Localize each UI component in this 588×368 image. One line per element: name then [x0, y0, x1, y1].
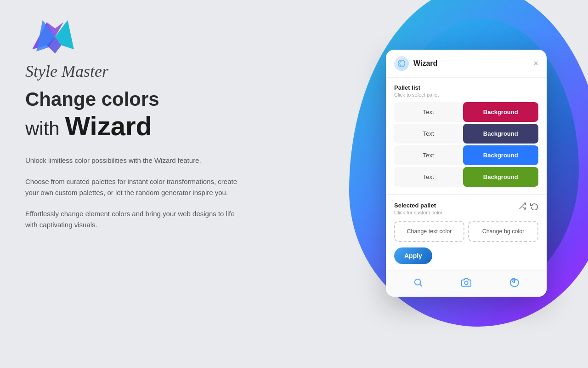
panel-header: Wizard × [386, 50, 547, 78]
app-logo [25, 14, 85, 60]
change-color-buttons: Change text color Change bg color [394, 221, 538, 242]
headline-line2: with Wizard [25, 118, 152, 139]
bottom-nav [386, 270, 547, 297]
pallet-list-subtitle: Click to select pallet [394, 92, 538, 98]
divider [386, 194, 547, 195]
svg-line-5 [420, 284, 422, 286]
change-bg-color-button[interactable]: Change bg color [468, 221, 538, 242]
headline-line1: Change colors [25, 88, 301, 110]
selected-info: Selected pallet Click for custom color [394, 202, 442, 215]
headline-wizard: Wizard [65, 111, 152, 141]
pallet-text-3: Text [394, 145, 463, 165]
table-row[interactable]: Text Background [394, 167, 538, 187]
selected-pallet-subtitle: Click for custom color [394, 210, 442, 215]
desc1: Unlock limitless color possibilities wit… [25, 155, 246, 166]
fire-nav-icon[interactable] [509, 277, 520, 290]
left-content: Style Master Change colors with Wizard U… [25, 14, 301, 241]
desc2: Choose from curated palettes for instant… [25, 176, 246, 198]
style-master-label: Style Master [25, 62, 301, 81]
pallet-text-1: Text [394, 102, 463, 122]
pallet-list-title: Pallet list [394, 84, 538, 91]
camera-nav-icon[interactable] [461, 277, 471, 290]
selected-header: Selected pallet Click for custom color [394, 202, 538, 215]
pallet-bg-3: Background [463, 145, 538, 165]
pallet-bg-2: Background [463, 124, 538, 144]
selected-actions [518, 202, 538, 212]
undo-icon[interactable] [530, 202, 538, 212]
change-text-color-button[interactable]: Change text color [394, 221, 464, 242]
wizard-icon [394, 56, 409, 71]
pallet-bg-1: Background [463, 102, 538, 122]
apply-button[interactable]: Apply [394, 247, 432, 264]
pallet-text-4: Text [394, 167, 463, 187]
pallet-section: Pallet list Click to select pallet Text … [386, 78, 547, 192]
table-row[interactable]: Text Background [394, 145, 538, 165]
svg-point-6 [464, 281, 468, 284]
pallet-text-2: Text [394, 124, 463, 144]
shuffle-icon[interactable] [518, 202, 526, 212]
desc3: Effortlessly change element colors and b… [25, 208, 246, 230]
panel-title: Wizard [413, 59, 437, 68]
table-row[interactable]: Text Background [394, 102, 538, 122]
close-button[interactable]: × [533, 59, 538, 68]
selected-section: Selected pallet Click for custom color [386, 196, 547, 270]
pallet-list[interactable]: Text Background Text Background Text Bac… [394, 102, 538, 189]
panel-header-left: Wizard [394, 56, 437, 71]
wizard-panel: Wizard × Pallet list Click to select pal… [386, 50, 547, 297]
pallet-bg-4: Background [463, 167, 538, 187]
headline: Change colors with Wizard [25, 88, 301, 141]
table-row[interactable]: Text Background [394, 124, 538, 144]
svg-point-4 [415, 279, 421, 285]
search-nav-icon[interactable] [413, 277, 423, 290]
selected-pallet-title: Selected pallet [394, 202, 442, 209]
